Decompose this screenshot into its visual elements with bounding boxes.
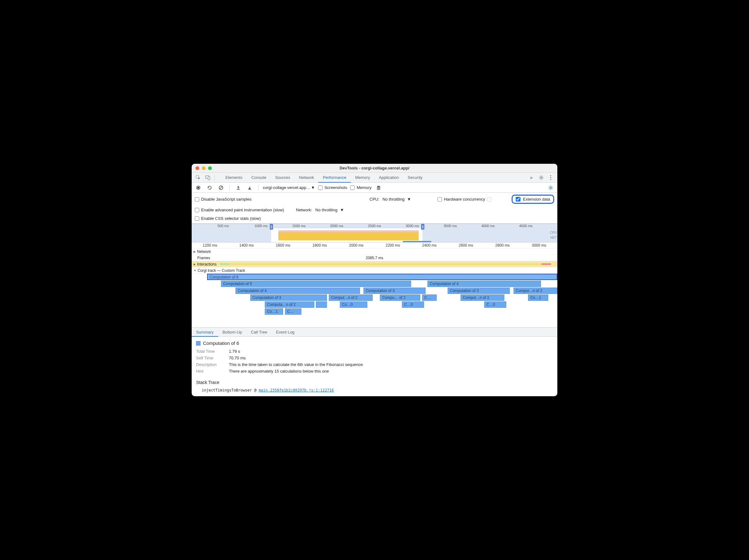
- flame-entry[interactable]: Computation of 4: [427, 281, 541, 287]
- tab-memory[interactable]: Memory: [351, 173, 374, 183]
- css-selector-stats-checkbox[interactable]: Enable CSS selector stats (slow): [195, 216, 261, 221]
- svg-point-8: [197, 187, 199, 189]
- timeline-overview[interactable]: 500 ms 1000 ms 1500 ms 2000 ms 2500 ms 3…: [192, 224, 557, 243]
- tab-application[interactable]: Application: [374, 173, 404, 183]
- settings-gear-icon[interactable]: [537, 174, 545, 182]
- svg-point-6: [550, 179, 551, 180]
- hardware-concurrency-field[interactable]: Hardware concurrency: [437, 197, 491, 202]
- overview-handle-right[interactable]: ||: [421, 224, 424, 230]
- tab-console[interactable]: Console: [247, 173, 271, 183]
- interactions-track-header[interactable]: ▶ Interactions: [192, 261, 557, 267]
- tracks-area: ▶ Network Frames 2085.7 ms ▶ Interaction…: [192, 248, 557, 327]
- flame-entry[interactable]: Computation of 5: [221, 281, 411, 287]
- svg-rect-11: [377, 187, 380, 189]
- expand-triangle-icon: ▼: [194, 269, 196, 272]
- network-throttling-select[interactable]: No throttling ▼: [315, 207, 344, 212]
- flame-entry[interactable]: Co…1: [528, 294, 548, 301]
- custom-track-header[interactable]: ▼ Corgi track — Custom Track: [192, 267, 557, 274]
- network-track-header[interactable]: ▶ Network: [192, 248, 557, 255]
- advanced-paint-checkbox[interactable]: Enable advanced paint instrumentation (s…: [195, 207, 284, 212]
- detail-tabs: Summary Bottom-Up Call Tree Event Log: [192, 327, 557, 337]
- device-toggle-icon[interactable]: [204, 174, 212, 182]
- flame-entry[interactable]: Compu… of 2: [380, 294, 420, 301]
- more-tabs-chevron-icon[interactable]: »: [527, 175, 536, 180]
- garbage-collect-button[interactable]: [374, 184, 383, 192]
- flame-entry[interactable]: Co…1: [265, 308, 283, 315]
- cpu-throttling-select[interactable]: No throttling ▼: [382, 197, 411, 202]
- tab-security[interactable]: Security: [403, 173, 427, 183]
- svg-point-5: [550, 177, 551, 178]
- settings-row-3: Enable CSS selector stats (slow): [192, 214, 557, 224]
- screenshots-checkbox[interactable]: Screenshots: [318, 185, 347, 190]
- color-swatch: [196, 341, 200, 345]
- tab-event-log[interactable]: Event Log: [272, 328, 299, 336]
- window-title: DevTools - corgi-collage.vercel.app/: [192, 166, 557, 171]
- tab-bottom-up[interactable]: Bottom-Up: [218, 328, 247, 336]
- collapse-triangle-icon: ▶: [194, 263, 196, 266]
- hardware-concurrency-input[interactable]: [487, 197, 491, 202]
- tab-elements[interactable]: Elements: [221, 173, 247, 183]
- record-button[interactable]: [194, 184, 202, 192]
- flame-entry[interactable]: C…: [285, 308, 301, 315]
- disable-js-samples-checkbox[interactable]: Disable JavaScript samples: [195, 197, 252, 202]
- titlebar: DevTools - corgi-collage.vercel.app/: [192, 164, 557, 173]
- tab-performance[interactable]: Performance: [318, 173, 350, 183]
- perf-toolbar: corgi-collage.vercel.app… ▼ Screenshots …: [192, 183, 557, 193]
- collapse-triangle-icon: ▶: [194, 250, 196, 253]
- capture-settings-gear-icon[interactable]: [547, 184, 555, 192]
- devtools-window: DevTools - corgi-collage.vercel.app/ Ele…: [192, 164, 557, 396]
- overview-ticks: 500 ms 1000 ms 1500 ms 2000 ms 2500 ms 3…: [192, 224, 557, 228]
- flame-entry[interactable]: Co…0: [340, 301, 367, 308]
- cpu-label: CPU:: [369, 197, 379, 202]
- svg-point-3: [541, 177, 542, 178]
- main-tabs: Elements Console Sources Network Perform…: [221, 173, 526, 183]
- network-label: Network:: [296, 207, 312, 212]
- flame-entry[interactable]: Computation of 3: [250, 294, 327, 301]
- stack-trace-line: injectTimingsToBrowser @ main.2358fe1b2c…: [196, 388, 553, 393]
- svg-point-12: [550, 187, 552, 188]
- upload-profile-button[interactable]: [234, 184, 242, 192]
- inspect-icon[interactable]: [194, 174, 202, 182]
- flame-chart[interactable]: Computation of 6Computation of 5Computat…: [192, 274, 557, 327]
- flame-entry[interactable]: C…0: [484, 301, 506, 308]
- flame-entry[interactable]: Computa…n of 2: [265, 301, 314, 308]
- summary-title: Computation of 6: [196, 340, 553, 346]
- settings-row-2: Enable advanced paint instrumentation (s…: [192, 206, 557, 214]
- main-tabs-row: Elements Console Sources Network Perform…: [192, 173, 557, 183]
- tab-sources[interactable]: Sources: [271, 173, 295, 183]
- svg-line-10: [220, 186, 222, 189]
- kebab-menu-icon[interactable]: [547, 174, 555, 182]
- overview-handle-left[interactable]: ||: [270, 224, 273, 230]
- svg-rect-2: [208, 177, 210, 180]
- dropdown-triangle-icon: ▼: [311, 185, 315, 190]
- memory-checkbox[interactable]: Memory: [350, 185, 371, 190]
- clear-button[interactable]: [217, 184, 225, 192]
- download-profile-button[interactable]: [245, 184, 254, 192]
- stack-trace-title: Stack Trace: [196, 380, 553, 385]
- main-ruler: 1200 ms 1400 ms 1600 ms 1800 ms 2000 ms …: [192, 243, 557, 248]
- reload-record-button[interactable]: [206, 184, 214, 192]
- svg-point-4: [550, 175, 551, 176]
- flame-entry[interactable]: Computation of 4: [235, 288, 360, 294]
- tab-network[interactable]: Network: [295, 173, 319, 183]
- flame-entry[interactable]: Comput…n of 2: [329, 294, 372, 301]
- tab-summary[interactable]: Summary: [192, 328, 218, 337]
- tab-call-tree[interactable]: Call Tree: [247, 328, 272, 336]
- stack-trace-link[interactable]: main.2358fe1b2c80297b.js:1:122716: [259, 388, 334, 393]
- flame-entry[interactable]: Computation of 3: [363, 288, 426, 294]
- dropdown-triangle-icon: ▼: [407, 197, 411, 202]
- flame-entry[interactable]: C…: [422, 294, 436, 301]
- flame-entry[interactable]: Comput…n of 2: [514, 288, 557, 294]
- flame-entry[interactable]: Computation of 3: [448, 288, 510, 294]
- profile-url-select[interactable]: corgi-collage.vercel.app… ▼: [263, 185, 315, 190]
- extension-data-checkbox[interactable]: Extension data: [512, 195, 554, 204]
- frames-track[interactable]: Frames 2085.7 ms: [192, 255, 557, 261]
- flame-entry[interactable]: C…0: [402, 301, 424, 308]
- flame-entry[interactable]: Computation of 6: [207, 274, 557, 280]
- settings-row-1: Disable JavaScript samples CPU: No throt…: [192, 193, 557, 206]
- flame-entry[interactable]: [316, 301, 327, 308]
- dropdown-triangle-icon: ▼: [340, 207, 344, 212]
- summary-panel: Computation of 6 Total Time 1.79 s Self …: [192, 337, 557, 396]
- flame-entry[interactable]: Comput…n of 2: [461, 294, 505, 301]
